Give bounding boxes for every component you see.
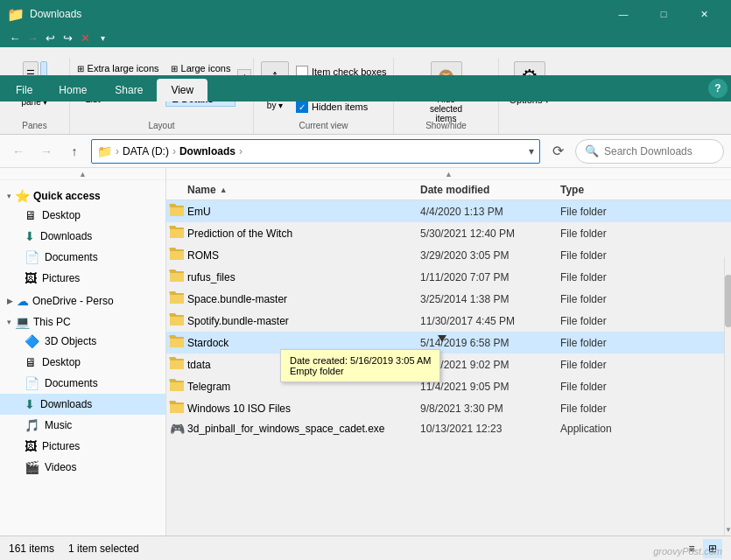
sidebar-item-documents[interactable]: 📄 Documents — [0, 247, 165, 268]
file-date-rufus: 1/11/2020 7:07 PM — [420, 271, 560, 284]
search-input[interactable] — [604, 145, 714, 158]
file-date-prediction: 5/30/2021 12:40 PM — [420, 228, 560, 240]
main-content: ▲ ▾ ⭐ Quick access 🖥 Desktop ⬇ Downloads — [0, 168, 731, 536]
file-row-spotify[interactable]: Spotify.bundle-master 11/30/2017 4:45 PM… — [166, 310, 731, 332]
3d-objects-icon: 🔷 — [25, 334, 39, 348]
col-type-label[interactable]: Type — [560, 184, 584, 196]
desktop-pc-icon: 🖥 — [25, 355, 37, 369]
file-type-roms: File folder — [560, 249, 731, 262]
sidebar-item-videos[interactable]: 🎬 Videos — [0, 457, 165, 478]
file-type-telegram: File folder — [560, 381, 731, 393]
file-date-win10: 9/8/2021 3:30 PM — [420, 402, 560, 415]
back-nav-button[interactable]: ← — [7, 140, 30, 163]
scrollbar-down-arrow[interactable]: ▼ — [725, 523, 731, 536]
folder-icon-stardock — [169, 334, 185, 348]
tab-view[interactable]: View — [157, 79, 207, 102]
downloads-icon: ⬇ — [25, 229, 35, 243]
sidebar-item-pictures[interactable]: 🖼 Pictures — [0, 268, 165, 289]
addr-chevron-1: › — [116, 145, 119, 158]
delete-button[interactable]: ✕ — [77, 30, 93, 46]
file-row-3dpinball[interactable]: 🎮 3d_pinball_for_windows_space_cadet.exe… — [166, 419, 731, 438]
forward-button[interactable]: → — [25, 30, 40, 46]
refresh-button[interactable]: ⟳ — [545, 139, 570, 164]
sidebar-item-desktop-pc[interactable]: 🖥 Desktop — [0, 352, 165, 373]
file-row-stardock[interactable]: Stardock 5/14/2019 6:58 PM File folder — [166, 332, 731, 354]
this-pc-icon: 💻 — [15, 315, 30, 329]
filelist: EmU 4/4/2020 1:13 PM File folder Predict… — [166, 200, 731, 536]
sidebar-scroll-top[interactable]: ▲ — [0, 168, 165, 180]
file-row-tdata[interactable]: tdata 9/21/2021 9:02 PM File folder — [166, 354, 731, 375]
breadcrumb-part-1[interactable]: DATA (D:) — [123, 145, 169, 158]
address-bar[interactable]: 📁 › DATA (D:) › Downloads › ▾ — [91, 139, 540, 164]
layout-extra-large[interactable]: ⊞ Extra large icons — [72, 61, 165, 75]
address-dropdown[interactable]: ▾ — [529, 145, 534, 158]
titlebar: 📁 Downloads — □ ✕ — [0, 0, 731, 28]
help-button[interactable]: ? — [708, 79, 727, 98]
redo-button[interactable]: ↪ — [60, 30, 75, 46]
sidebar-item-music[interactable]: 🎵 Music — [0, 415, 165, 436]
tab-file[interactable]: File — [4, 79, 45, 102]
scrollbar-thumb[interactable] — [725, 275, 731, 327]
file-row-emu[interactable]: EmU 4/4/2020 1:13 PM File folder — [166, 200, 731, 222]
documents-icon: 📄 — [25, 250, 39, 264]
col-date-label[interactable]: Date modified — [420, 184, 489, 196]
back-button[interactable]: ← — [7, 30, 23, 46]
file-name-telegram: Telegram — [187, 381, 420, 393]
file-row-prediction[interactable]: Prediction of the Witch 5/30/2021 12:40 … — [166, 222, 731, 244]
file-type-3dpinball: Application — [560, 423, 731, 435]
sidebar-item-documents-pc[interactable]: 📄 Documents — [0, 373, 165, 394]
this-pc-chevron: ▾ — [7, 318, 11, 326]
maximize-button[interactable]: □ — [643, 0, 684, 28]
undo-button[interactable]: ↩ — [42, 30, 58, 46]
file-row-roms[interactable]: ROMS 3/29/2020 3:05 PM File folder — [166, 244, 731, 266]
file-row-telegram[interactable]: Telegram 11/4/2021 9:05 PM File folder — [166, 375, 731, 397]
hidden-items-option[interactable]: ✓ Hidden items — [294, 100, 404, 114]
onedrive-chevron: ▶ — [7, 297, 13, 305]
breadcrumb-part-2[interactable]: Downloads — [179, 145, 235, 158]
sidebar-3d-objects-label: 3D Objects — [45, 335, 96, 347]
filelist-scroll-top[interactable]: ▲ — [166, 168, 731, 180]
hidden-items-checkbox[interactable]: ✓ — [296, 101, 308, 113]
col-name-label[interactable]: Name — [187, 184, 216, 196]
quick-access-icon: ⭐ — [15, 189, 30, 203]
file-row-rufus[interactable]: rufus_files 1/11/2020 7:07 PM File folde… — [166, 266, 731, 288]
folder-icon-tdata — [169, 356, 185, 370]
folder-icon-spotify — [169, 312, 185, 326]
sidebar-item-desktop[interactable]: 🖥 Desktop — [0, 205, 165, 226]
forward-nav-button[interactable]: → — [35, 140, 58, 163]
file-name-3dpinball: 3d_pinball_for_windows_space_cadet.exe — [187, 423, 420, 435]
folder-icon-roms — [169, 247, 185, 261]
sidebar-downloads-pc-label: Downloads — [40, 398, 92, 410]
hidden-items-label: Hidden items — [312, 102, 368, 112]
tab-share[interactable]: Share — [101, 79, 157, 102]
selected-count: 1 item selected — [68, 542, 139, 555]
close-button[interactable]: ✕ — [684, 0, 724, 28]
vertical-scrollbar[interactable]: ▼ — [724, 257, 731, 536]
minimize-button[interactable]: — — [603, 0, 643, 28]
file-row-space[interactable]: Space.bundle-master 3/25/2014 1:38 PM Fi… — [166, 288, 731, 310]
search-box[interactable]: 🔍 — [575, 139, 724, 164]
up-button[interactable]: ↑ — [63, 140, 86, 163]
file-type-win10: File folder — [560, 402, 731, 415]
file-date-telegram: 11/4/2021 9:05 PM — [420, 381, 560, 393]
sidebar-item-downloads-pc[interactable]: ⬇ Downloads — [0, 394, 165, 415]
sidebar-item-3d-objects[interactable]: 🔷 3D Objects — [0, 331, 165, 352]
folder-icon-win10 — [169, 400, 185, 414]
tab-home[interactable]: Home — [45, 79, 101, 102]
item-count: 161 items — [9, 542, 54, 555]
layout-large[interactable]: ⊞ Large icons — [165, 61, 236, 75]
sidebar-section-quick-access[interactable]: ▾ ⭐ Quick access — [0, 184, 165, 205]
sidebar-item-downloads-qa[interactable]: ⬇ Downloads — [0, 226, 165, 247]
file-name-stardock: Stardock — [187, 337, 420, 349]
file-row-win10[interactable]: Windows 10 ISO Files 9/8/2021 3:30 PM Fi… — [166, 397, 731, 419]
window-controls: — □ ✕ — [603, 0, 724, 28]
customize-qat-button[interactable]: ▾ — [95, 30, 110, 46]
sidebar-section-onedrive[interactable]: ▶ ☁ OneDrive - Perso — [0, 289, 165, 310]
col-name-sort-arrow: ▲ — [220, 186, 228, 194]
sidebar-item-pictures-pc[interactable]: 🖼 Pictures — [0, 436, 165, 457]
sidebar-section-this-pc[interactable]: ▾ 💻 This PC — [0, 310, 165, 331]
sidebar-downloads-qa-label: Downloads — [40, 230, 92, 242]
folder-icon-emu — [169, 203, 185, 217]
videos-icon: 🎬 — [25, 460, 39, 474]
showhide-label: Show/hide — [394, 121, 498, 130]
